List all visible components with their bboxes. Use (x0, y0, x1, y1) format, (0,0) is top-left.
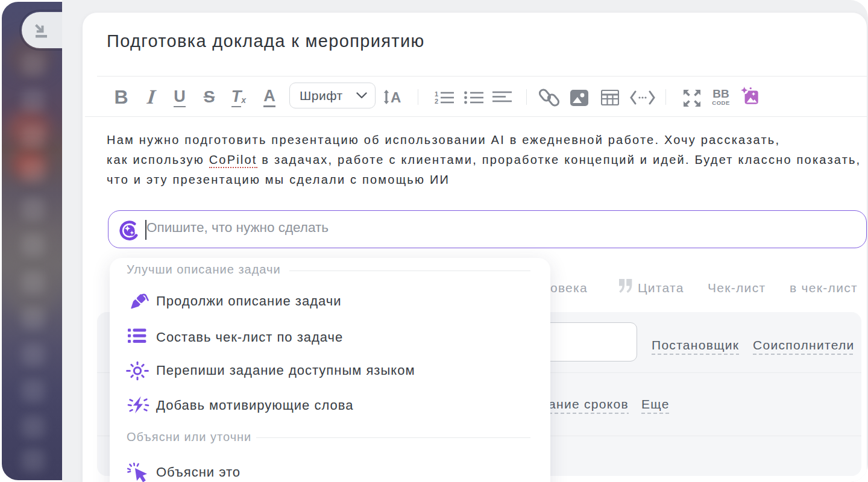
svg-text:A: A (391, 89, 401, 105)
svg-text:2: 2 (435, 98, 438, 105)
svg-text:1: 1 (435, 90, 438, 98)
